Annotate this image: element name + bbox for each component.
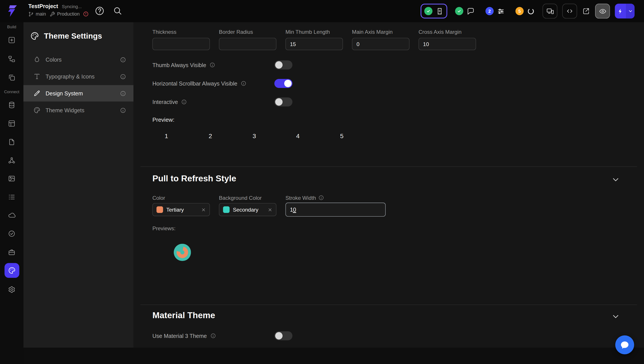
color-chip[interactable]: Tertiary <box>152 203 210 216</box>
jobs-running-button[interactable]: 5 <box>512 4 538 19</box>
field-main-axis-margin: Main Axis Margin <box>352 29 409 50</box>
section-divider <box>140 166 637 167</box>
rail-item-database[interactable] <box>0 97 24 112</box>
field-label: Main Axis Margin <box>352 29 409 35</box>
rail-item-automations[interactable] <box>0 226 24 241</box>
design-system-icon <box>33 90 41 97</box>
rail-item-media[interactable] <box>0 171 24 186</box>
view-code-button[interactable] <box>562 4 577 19</box>
toggle-row-thumb-always-visible: Thumb Always Visible <box>152 59 215 71</box>
check-circle-icon <box>8 230 16 237</box>
clear-background-color-icon[interactable] <box>267 207 272 212</box>
run-button[interactable] <box>615 4 634 19</box>
clear-color-icon[interactable] <box>201 207 206 212</box>
info-icon[interactable] <box>181 99 187 105</box>
rail-item-widget-tree[interactable] <box>0 51 24 66</box>
border-radius-input[interactable] <box>219 38 276 50</box>
horizontal-scrollbar-toggle[interactable] <box>274 79 292 88</box>
min-thumb-length-input[interactable] <box>286 38 343 50</box>
actions-count-button[interactable]: 2 <box>482 4 508 19</box>
sidebar-title: Theme Settings <box>44 31 102 40</box>
info-icon[interactable] <box>210 62 215 68</box>
sidebar-item-theme-widgets[interactable]: Theme Widgets <box>24 102 134 118</box>
collapse-section-chevron-icon[interactable] <box>611 312 620 321</box>
comments-status-button[interactable] <box>452 4 478 19</box>
secondary-color-swatch <box>223 206 230 213</box>
toggle-row-horizontal-scrollbar: Horizontal Scrollbar Always Visible <box>152 77 246 90</box>
info-icon[interactable] <box>120 74 126 80</box>
sidebar-item-design-system[interactable]: Design System <box>24 85 134 102</box>
wrench-icon <box>50 12 55 17</box>
check-badge-icon <box>455 7 463 15</box>
open-app-button[interactable] <box>582 7 590 15</box>
theme-widgets-icon <box>33 106 41 114</box>
section-divider <box>140 304 637 305</box>
field-thickness: Thickness <box>152 29 210 50</box>
palette-icon <box>30 31 40 41</box>
run-options-chevron[interactable] <box>626 4 634 19</box>
use-material3-toggle[interactable] <box>274 331 292 340</box>
project-checks-button[interactable] <box>420 4 447 19</box>
count-badge: 5 <box>516 7 524 15</box>
sidebar-item-typography-icons[interactable]: Typography & Icons <box>24 68 134 85</box>
thumb-always-visible-toggle[interactable] <box>274 61 292 70</box>
collapse-section-chevron-icon[interactable] <box>611 175 620 184</box>
section-title: Material Theme <box>152 310 215 320</box>
pages-icon <box>8 74 16 81</box>
info-icon[interactable] <box>318 195 324 200</box>
file-icon <box>8 138 16 146</box>
cross-axis-margin-input[interactable] <box>418 38 476 50</box>
rail-item-integrations[interactable] <box>0 153 24 168</box>
chat-bubble-icon <box>620 340 629 349</box>
rail-item-toolbox[interactable] <box>0 244 24 259</box>
background-color-chip[interactable]: Secondary <box>219 203 276 216</box>
info-icon[interactable] <box>120 57 126 63</box>
info-icon[interactable] <box>120 90 126 96</box>
rail-item-cloud-functions[interactable] <box>0 208 24 222</box>
help-button[interactable] <box>94 6 105 16</box>
stroke-width-label: Stroke Width <box>286 195 316 201</box>
info-icon[interactable] <box>120 107 126 113</box>
rail-item-data-types[interactable] <box>0 189 24 204</box>
scrollbar-preview: 1 2 3 4 5 <box>134 132 388 140</box>
stroke-width-input[interactable]: 10 <box>286 203 386 217</box>
toolbox-icon <box>8 248 16 256</box>
rail-item-theme-settings-active[interactable] <box>4 263 19 278</box>
rail-item-settings[interactable] <box>0 282 24 297</box>
theme-settings-sidebar: Theme Settings Colors Typography & Icons… <box>24 22 134 347</box>
sidebar-item-colors[interactable]: Colors <box>24 51 134 68</box>
search-button[interactable] <box>113 6 122 16</box>
sync-status: Syncing... <box>62 4 82 9</box>
previews-label: Previews: <box>152 225 176 231</box>
thickness-input[interactable] <box>152 38 210 50</box>
branch-environment-selector[interactable]: main Production <box>28 11 88 17</box>
info-icon[interactable] <box>210 333 216 338</box>
flutterflow-logo[interactable] <box>5 5 18 18</box>
tertiary-color-swatch <box>156 206 163 213</box>
device-preview-button[interactable] <box>542 4 557 19</box>
topbar: TestProject Syncing... main Production <box>0 0 644 22</box>
preview-mode-button[interactable] <box>595 4 610 19</box>
toggle-row-interactive: Interactive <box>152 96 187 108</box>
interactive-toggle[interactable] <box>274 97 292 106</box>
color-label: Color <box>152 195 165 201</box>
connect-section-label: Connect <box>0 90 24 94</box>
info-icon[interactable] <box>240 81 246 86</box>
intercom-launcher[interactable] <box>615 335 634 354</box>
rail-item-dashboard[interactable] <box>0 116 24 131</box>
environment-warning-icon[interactable] <box>83 11 88 17</box>
branch-name: main <box>36 12 46 16</box>
git-branch-icon <box>28 12 34 17</box>
media-icon <box>8 175 16 182</box>
widget-tree-icon <box>8 55 16 63</box>
topbar-actions: 2 5 <box>420 4 634 19</box>
rail-item-add-widget[interactable] <box>0 33 24 47</box>
typography-icon <box>33 73 41 80</box>
chat-icon <box>466 7 474 15</box>
integrations-icon <box>8 156 16 164</box>
rail-item-pages[interactable] <box>0 70 24 85</box>
main-axis-margin-input[interactable] <box>352 38 409 50</box>
rail-item-files[interactable] <box>0 134 24 149</box>
palette-icon <box>8 266 16 274</box>
text-cursor <box>293 212 296 213</box>
